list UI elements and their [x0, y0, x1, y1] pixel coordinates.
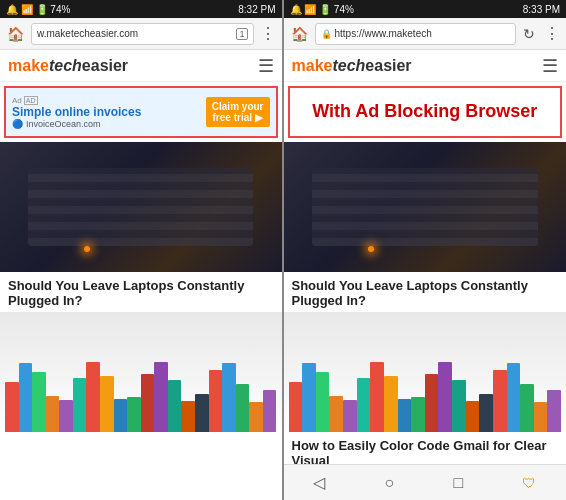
book-spine [357, 378, 371, 432]
book-spine [114, 399, 128, 432]
book-spine [479, 394, 493, 432]
book-spine [73, 378, 87, 432]
left-url-bar[interactable]: w.maketecheasier.com 1 [31, 23, 254, 45]
book-spine [507, 363, 521, 432]
book-spine [329, 396, 343, 432]
left-url-text: w.maketecheasier.com [37, 28, 233, 39]
logo-easier-right: easier [365, 57, 411, 74]
book-spine [520, 384, 534, 432]
right-browser-toolbar: 🏠 🔒 https://www.maketech ↻ ⋮ [284, 18, 567, 50]
ad-cta-button[interactable]: Claim your free trial ▶ [206, 97, 270, 127]
book-spine [168, 380, 182, 432]
right-bottom-bar: ◁ ○ □ 🛡 [284, 464, 567, 500]
left-status-left: 🔔 📶 🔋 74% [6, 4, 70, 15]
right-url-text: https://www.maketech [335, 28, 511, 39]
right-status-bar: 🔔 📶 🔋 74% 8:33 PM [284, 0, 567, 18]
left-menu-button[interactable]: ⋮ [258, 22, 278, 45]
book-spine [154, 362, 168, 432]
logo-tech-left: tech [49, 57, 82, 74]
book-spine [466, 401, 480, 432]
logo-make-left: make [8, 57, 49, 74]
book-spine [236, 384, 250, 432]
shield-icon[interactable]: 🛡 [516, 473, 542, 493]
left-hamburger-menu[interactable]: ☰ [258, 55, 274, 77]
book-spine [127, 397, 141, 432]
book-spine [547, 390, 561, 432]
book-spine [425, 374, 439, 432]
right-site-header: maketecheasier ☰ [284, 50, 567, 82]
right-back-button[interactable]: 🏠 [288, 24, 311, 44]
book-spine [493, 370, 507, 432]
ad-label: Ad AD [12, 96, 141, 105]
logo-easier-left: easier [82, 57, 128, 74]
lock-icon: 🔒 [321, 29, 332, 39]
right-article-title-1: Should You Leave Laptops Constantly Plug… [284, 272, 567, 312]
book-spine [5, 382, 19, 432]
left-browser-toolbar: 🏠 w.maketecheasier.com 1 ⋮ [0, 18, 282, 50]
bottom-home-btn[interactable]: ○ [378, 472, 400, 494]
book-spine [19, 363, 33, 432]
bottom-back-btn[interactable]: ◁ [307, 471, 331, 494]
left-site-header: maketecheasier ☰ [0, 50, 282, 82]
book-spine [411, 397, 425, 432]
book-spine [195, 394, 209, 432]
keyboard-glow [84, 246, 90, 252]
book-spine [302, 363, 316, 432]
right-content-area: Should You Leave Laptops Constantly Plug… [284, 142, 567, 464]
left-content-area: Should You Leave Laptops Constantly Plug… [0, 142, 282, 500]
ad-blocking-label: With Ad Blocking Browser [312, 101, 537, 123]
book-spine [59, 400, 73, 432]
left-article-title-1: Should You Leave Laptops Constantly Plug… [0, 272, 282, 312]
right-status-time: 8:33 PM [523, 4, 560, 15]
book-spine [100, 376, 114, 432]
left-status-time: 8:32 PM [238, 4, 275, 15]
right-keyboard-image [284, 142, 567, 272]
ad-blocking-banner: With Ad Blocking Browser [288, 86, 563, 138]
right-article-title-2: How to Easily Color Code Gmail for Clear… [284, 432, 567, 464]
right-refresh-button[interactable]: ↻ [520, 24, 538, 44]
left-books-image [0, 312, 282, 432]
left-site-logo: maketecheasier [8, 57, 128, 75]
book-spine [452, 380, 466, 432]
book-spine [384, 376, 398, 432]
book-spine [141, 374, 155, 432]
book-spine [263, 390, 277, 432]
left-back-button[interactable]: 🏠 [4, 24, 27, 44]
book-spine [222, 363, 236, 432]
logo-tech-right: tech [332, 57, 365, 74]
ad-content-left: Ad AD Simple online invoices 🔵 InvoiceOc… [12, 96, 141, 129]
logo-make-right: make [292, 57, 333, 74]
keyboard-glow-right [368, 246, 374, 252]
book-spine [249, 402, 263, 432]
book-spine [316, 372, 330, 432]
ad-cta-text: Claim your free trial ▶ [212, 101, 264, 123]
ad-title: Simple online invoices [12, 105, 141, 119]
left-keyboard-image [0, 142, 282, 272]
left-phone-panel: 🔔 📶 🔋 74% 8:32 PM 🏠 w.maketecheasier.com… [0, 0, 283, 500]
right-site-logo: maketecheasier [292, 57, 412, 75]
right-phone-panel: 🔔 📶 🔋 74% 8:33 PM 🏠 🔒 https://www.makete… [284, 0, 567, 500]
left-status-bar: 🔔 📶 🔋 74% 8:32 PM [0, 0, 282, 18]
right-hamburger-menu[interactable]: ☰ [542, 55, 558, 77]
book-spine [46, 396, 60, 432]
book-spine [181, 401, 195, 432]
book-spine [32, 372, 46, 432]
book-spine [343, 400, 357, 432]
right-books-image [284, 312, 567, 432]
book-spine [370, 362, 384, 432]
book-spine [86, 362, 100, 432]
ad-domain: 🔵 InvoiceOcean.com [12, 119, 141, 129]
right-url-bar[interactable]: 🔒 https://www.maketech [315, 23, 517, 45]
left-ad-banner[interactable]: Ad AD Simple online invoices 🔵 InvoiceOc… [4, 86, 278, 138]
left-tab-count: 1 [236, 28, 247, 40]
right-status-left: 🔔 📶 🔋 74% [290, 4, 354, 15]
book-spine [398, 399, 412, 432]
book-spine [534, 402, 548, 432]
book-spine [289, 382, 303, 432]
book-spine [209, 370, 223, 432]
right-menu-button[interactable]: ⋮ [542, 22, 562, 45]
book-spine [438, 362, 452, 432]
bottom-recents-btn[interactable]: □ [447, 472, 469, 494]
